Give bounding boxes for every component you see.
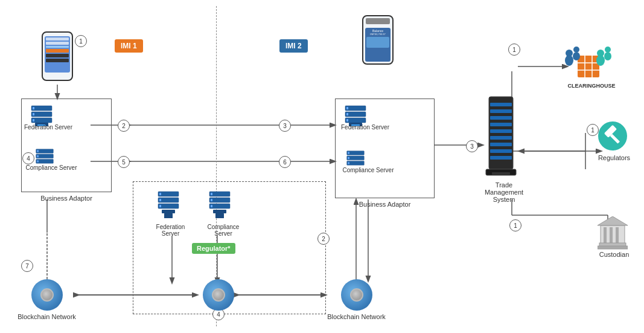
right-comp-server-label: Compliance Server: [338, 167, 398, 173]
svg-rect-38: [37, 150, 39, 152]
custodian-label: Custodian: [595, 251, 634, 258]
blockchain-node-right: [341, 279, 372, 311]
svg-rect-49: [162, 210, 175, 213]
custodian-icon: [598, 216, 628, 251]
svg-rect-30: [33, 107, 34, 109]
svg-rect-33: [31, 118, 52, 123]
svg-rect-62: [346, 113, 348, 115]
svg-rect-107: [598, 246, 628, 249]
svg-point-97: [604, 52, 611, 60]
svg-rect-46: [159, 199, 161, 201]
clearinghouse-icon: [564, 44, 613, 84]
regulator-fed-server-label: Federation Server: [148, 224, 193, 237]
clearinghouse-label: CLEARINGHOUSE: [564, 83, 619, 89]
svg-rect-60: [346, 107, 348, 109]
right-business-adaptor-label: Business Adaptor: [335, 201, 435, 208]
left-comp-server-label: Compliance Server: [21, 164, 81, 171]
svg-rect-29: [31, 106, 52, 111]
svg-rect-57: [213, 210, 226, 213]
blockchain-node-left: [31, 279, 63, 311]
svg-rect-104: [610, 227, 613, 244]
svg-rect-50: [164, 213, 173, 218]
svg-rect-84: [492, 172, 510, 175]
svg-point-91: [565, 55, 573, 66]
svg-rect-105: [616, 227, 619, 244]
mobile-device-2: Balance INR'00,793.97: [362, 15, 394, 65]
regulators-label: Regulators: [595, 154, 634, 161]
svg-rect-78: [490, 129, 512, 133]
trade-mgmt-label: Trade Management System: [477, 181, 531, 203]
svg-rect-67: [347, 151, 365, 155]
svg-point-96: [605, 47, 611, 53]
svg-rect-61: [345, 112, 366, 117]
trade-mgmt-icon: [483, 94, 519, 179]
badge-4: 4: [22, 152, 34, 164]
svg-marker-102: [598, 216, 628, 225]
svg-rect-55: [209, 204, 230, 209]
svg-rect-41: [36, 160, 54, 164]
svg-rect-77: [490, 123, 512, 126]
svg-rect-32: [33, 113, 34, 115]
svg-rect-39: [36, 154, 54, 158]
svg-rect-69: [347, 156, 365, 160]
left-business-adaptor-label: Business Adaptor: [21, 195, 112, 202]
blockchain-node-mid: [203, 279, 234, 311]
imi1-tag: IMI 1: [115, 39, 143, 53]
svg-rect-52: [211, 193, 212, 195]
svg-rect-82: [490, 156, 512, 160]
svg-point-93: [573, 52, 580, 60]
svg-point-92: [573, 47, 579, 53]
svg-rect-56: [211, 205, 212, 207]
badge-1-custodian: 1: [509, 219, 521, 231]
svg-rect-34: [33, 119, 34, 121]
left-fed-server-label: Federation Server: [21, 124, 75, 131]
svg-rect-74: [490, 103, 512, 106]
svg-rect-43: [158, 192, 179, 196]
svg-rect-48: [159, 205, 161, 207]
svg-rect-51: [209, 192, 230, 196]
svg-rect-71: [347, 161, 365, 166]
badge-5: 5: [118, 156, 130, 168]
badge-1-regulators: 1: [587, 124, 599, 136]
right-fed-server-label: Federation Server: [338, 124, 392, 131]
svg-rect-37: [36, 149, 54, 154]
svg-rect-31: [31, 112, 52, 117]
svg-rect-58: [215, 213, 224, 218]
svg-rect-68: [348, 152, 349, 154]
svg-rect-47: [158, 204, 179, 209]
svg-rect-103: [604, 227, 607, 244]
badge-3: 3: [279, 120, 291, 132]
svg-rect-42: [37, 160, 39, 162]
svg-rect-76: [490, 116, 512, 120]
svg-rect-79: [490, 136, 512, 140]
diagram: blockchain mid --> blockchain right --> …: [0, 0, 644, 333]
badge-1-mobile-left: 1: [75, 35, 87, 47]
svg-rect-59: [345, 106, 366, 111]
mobile-device-1: [42, 31, 73, 81]
imi2-tag: IMI 2: [279, 39, 308, 53]
svg-rect-54: [211, 199, 212, 201]
blockchain-right-label: Blockchain Network: [322, 313, 391, 320]
badge-6: 6: [279, 156, 291, 168]
regulators-icon: [598, 121, 628, 152]
svg-rect-81: [490, 149, 512, 153]
svg-rect-85: [578, 56, 599, 77]
svg-point-95: [596, 55, 605, 66]
svg-rect-45: [158, 198, 179, 202]
regulator-comp-server-label: Compliance Server: [199, 224, 247, 237]
svg-rect-64: [346, 119, 348, 121]
badge-3-right: 3: [466, 140, 478, 152]
regulator-tag: Regulator*: [192, 243, 235, 254]
regulator-fed-server-icon: [157, 190, 180, 222]
svg-rect-63: [345, 118, 366, 123]
svg-rect-53: [209, 198, 230, 202]
svg-rect-40: [37, 155, 39, 157]
badge-2-left: 2: [118, 120, 130, 132]
svg-rect-44: [159, 193, 161, 195]
regulator-comp-server-icon: [208, 190, 231, 222]
badge-7: 7: [21, 260, 33, 272]
badge-1-clearinghouse: 1: [508, 44, 520, 56]
blockchain-left-label: Blockchain Network: [12, 313, 81, 320]
svg-rect-75: [490, 109, 512, 113]
svg-rect-72: [348, 162, 349, 164]
